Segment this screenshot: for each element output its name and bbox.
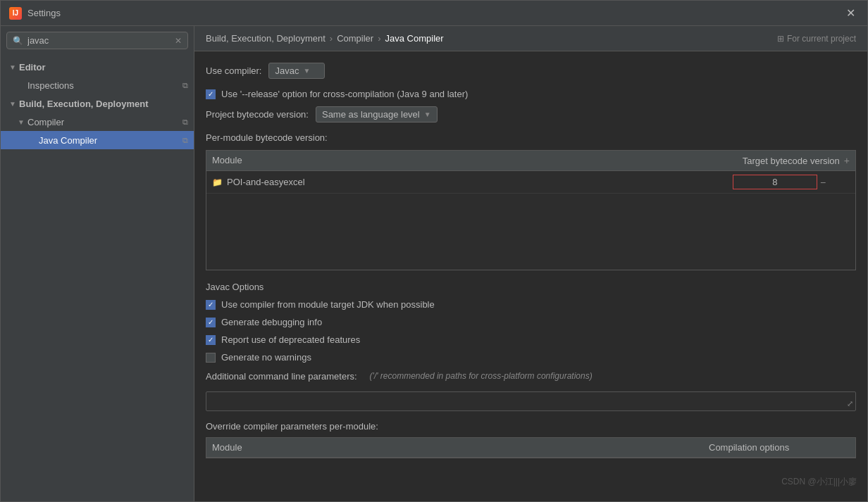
use-release-label: Use '--release' option for cross-compila… — [221, 89, 468, 99]
module-table: Module Target bytecode version + 📁 POI-a… — [206, 150, 856, 270]
app-icon: IJ — [9, 7, 22, 20]
module-name: POI-and-easyexcel — [227, 177, 709, 187]
col-target-label: Target bytecode version — [743, 156, 840, 166]
watermark: CSDN @小江|||小廖 — [781, 476, 857, 488]
sidebar-item-compiler[interactable]: ▼ Compiler ⧉ — [1, 113, 194, 131]
breadcrumb-sep-2: › — [378, 33, 380, 44]
settings-window: IJ Settings ✕ 🔍 ✕ ▼ Editor Inspectio — [0, 0, 868, 502]
bytecode-version-row: Project bytecode version: Same as langua… — [206, 106, 856, 123]
copy-icon: ⧉ — [182, 118, 188, 127]
opt-no-warnings-checkbox[interactable] — [206, 353, 216, 363]
dropdown-arrow-icon: ▼ — [424, 111, 431, 118]
use-compiler-row: Use compiler: Javac ▼ — [206, 63, 856, 79]
javac-options-title: Javac Options — [206, 282, 856, 292]
opt-gen-debug-row: Generate debugging info — [206, 317, 856, 327]
sidebar-item-editor[interactable]: ▼ Editor — [1, 58, 194, 76]
target-version-cell: − — [709, 175, 850, 189]
sidebar: 🔍 ✕ ▼ Editor Inspections ⧉ ▼ — [1, 26, 194, 501]
breadcrumb-item-2: Compiler — [337, 33, 373, 44]
opt-no-warnings-row: Generate no warnings — [206, 352, 856, 363]
use-release-row: Use '--release' option for cross-compila… — [206, 89, 856, 99]
additional-cmd-row: Additional command line parameters: ('/'… — [206, 371, 856, 382]
expand-icon[interactable]: ⤢ — [847, 399, 853, 408]
copy-icon: ⧉ — [182, 136, 188, 145]
bytecode-version-dropdown[interactable]: Same as language level ▼ — [316, 106, 438, 123]
override-col-opts-header: Compilation options — [709, 442, 850, 453]
project-link[interactable]: ⊞ For current project — [777, 34, 856, 44]
copy-icon: ⧉ — [182, 81, 188, 90]
opt-use-module-jdk-row: Use compiler from module target JDK when… — [206, 299, 856, 310]
use-compiler-value: Javac — [275, 65, 299, 76]
close-button[interactable]: ✕ — [842, 5, 859, 22]
bytecode-version-label: Project bytecode version: — [206, 109, 309, 120]
search-box[interactable]: 🔍 ✕ — [6, 32, 188, 49]
override-section-title: Override compiler parameters per-module: — [206, 421, 856, 432]
opt-gen-debug-label: Generate debugging info — [221, 317, 322, 327]
main-panel: Build, Execution, Deployment › Compiler … — [194, 26, 867, 501]
additional-cmd-label: Additional command line parameters: — [206, 371, 357, 382]
table-row: 📁 POI-and-easyexcel − — [206, 171, 855, 194]
bytecode-version-value: Same as language level — [322, 109, 420, 120]
table-header: Module Target bytecode version + — [206, 151, 855, 171]
folder-icon: 📁 — [212, 177, 223, 187]
table-body: 📁 POI-and-easyexcel − — [206, 171, 855, 270]
opt-deprecated-row: Report use of deprecated features — [206, 334, 856, 345]
dropdown-arrow-icon: ▼ — [303, 67, 310, 75]
opt-gen-debug-checkbox[interactable] — [206, 318, 216, 327]
breadcrumb-sep-1: › — [330, 33, 333, 44]
panel-content: Use compiler: Javac ▼ Use '--release' op… — [194, 51, 867, 501]
add-module-button[interactable]: + — [844, 155, 850, 166]
sidebar-item-label: Editor — [19, 62, 188, 73]
use-compiler-label: Use compiler: — [206, 65, 261, 76]
project-label: For current project — [787, 34, 856, 44]
breadcrumb-bar: Build, Execution, Deployment › Compiler … — [194, 26, 867, 51]
arrow-icon: ▼ — [9, 63, 19, 71]
sidebar-item-label: Compiler — [27, 117, 180, 127]
sidebar-item-java-compiler[interactable]: Java Compiler ⧉ — [1, 131, 194, 149]
additional-cmd-hint: ('/' recommended in paths for cross-plat… — [370, 371, 593, 381]
col-module-header: Module — [212, 155, 709, 166]
sidebar-item-build-exec[interactable]: ▼ Build, Execution, Deployment — [1, 94, 194, 113]
opt-use-module-jdk-label: Use compiler from module target JDK when… — [221, 299, 435, 310]
per-module-label: Per-module bytecode version: — [206, 132, 856, 143]
sidebar-item-label: Build, Execution, Deployment — [19, 99, 188, 109]
sidebar-item-inspections[interactable]: Inspections ⧉ — [1, 76, 194, 94]
remove-module-button[interactable]: − — [820, 177, 826, 188]
override-table-header: Module Compilation options — [206, 438, 855, 458]
target-version-input[interactable] — [733, 175, 817, 189]
search-icon: 🔍 — [13, 36, 23, 46]
opt-deprecated-checkbox[interactable] — [206, 335, 216, 345]
opt-use-module-jdk-checkbox[interactable] — [206, 300, 216, 310]
javac-options-section: Javac Options Use compiler from module t… — [206, 282, 856, 363]
search-clear-icon[interactable]: ✕ — [175, 36, 182, 46]
content-area: 🔍 ✕ ▼ Editor Inspections ⧉ ▼ — [1, 26, 867, 501]
search-input[interactable] — [27, 35, 170, 46]
override-table: Module Compilation options — [206, 437, 856, 458]
use-release-checkbox[interactable] — [206, 89, 216, 99]
additional-cmd-input[interactable] — [206, 391, 856, 411]
col-target-header: Target bytecode version + — [709, 155, 850, 166]
sidebar-item-label: Java Compiler — [39, 135, 180, 146]
project-icon: ⊞ — [777, 34, 784, 44]
cmd-input-wrapper: ⤢ — [206, 391, 856, 411]
override-col-module-header: Module — [212, 442, 709, 453]
sidebar-item-label: Inspections — [27, 80, 180, 91]
window-title: Settings — [27, 8, 842, 18]
sidebar-tree: ▼ Editor Inspections ⧉ ▼ Build, Executio… — [1, 55, 194, 501]
breadcrumb-current: Java Compiler — [385, 33, 444, 44]
title-bar: IJ Settings ✕ — [1, 1, 867, 26]
arrow-icon: ▼ — [9, 100, 19, 108]
opt-no-warnings-label: Generate no warnings — [221, 352, 311, 363]
opt-deprecated-label: Report use of deprecated features — [221, 334, 360, 345]
breadcrumb-item-1: Build, Execution, Deployment — [206, 33, 326, 44]
arrow-icon: ▼ — [18, 118, 27, 126]
use-compiler-dropdown[interactable]: Javac ▼ — [268, 63, 325, 79]
